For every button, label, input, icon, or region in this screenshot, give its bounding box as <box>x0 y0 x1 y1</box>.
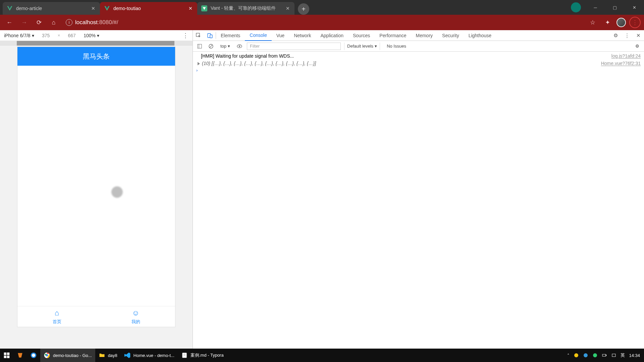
devtools-tab-console[interactable]: Console <box>245 30 271 41</box>
devtools-tab-elements[interactable]: Elements <box>216 30 245 41</box>
log-entry[interactable]: (10) [{…}, {…}, {…}, {…}, {…}, {…}, {…},… <box>193 60 644 67</box>
phone-frame: 黑马头条 ⌂ 首页 ☺ 我的 <box>17 47 175 327</box>
devtools-tab-security[interactable]: Security <box>437 30 464 41</box>
devtools-tab-performance[interactable]: Performance <box>375 30 411 41</box>
browser-tab-2[interactable]: Vant - 轻量、可靠的移动端组件 ✕ <box>197 2 294 15</box>
svg-rect-4 <box>198 44 202 48</box>
console-toolbar: top ▾ Filter Default levels ▾ No Issues … <box>193 41 644 52</box>
bookmark-icon[interactable]: ☆ <box>587 17 598 28</box>
device-toolbar: iPhone 6/7/8 ▾ 375 × 667 100% ▾ ⋮ <box>0 30 193 41</box>
site-info-icon[interactable]: i <box>66 19 72 26</box>
reload-button[interactable]: ⟳ <box>33 16 45 28</box>
console-output[interactable]: [HMR] Waiting for update signal from WDS… <box>193 52 644 349</box>
clock[interactable]: 14:34 <box>629 353 640 358</box>
inspect-element-button[interactable] <box>193 30 204 41</box>
new-tab-button[interactable]: + <box>298 3 309 15</box>
tray-icon[interactable] <box>592 353 598 358</box>
extensions-icon[interactable]: ✦ <box>602 17 613 28</box>
devtools-tabbar: Elements Console Vue Network Application… <box>193 30 644 41</box>
chevron-down-icon: ▾ <box>228 44 230 49</box>
close-icon[interactable]: ✕ <box>285 6 290 11</box>
tray-icon[interactable] <box>602 353 607 358</box>
minimize-button[interactable]: ─ <box>586 0 605 15</box>
device-height-input[interactable]: 667 <box>63 33 80 38</box>
console-settings-button[interactable]: ⚙ <box>633 42 641 50</box>
taskbar-label: 案例.md - Typora <box>191 352 224 358</box>
chevron-down-icon: ▾ <box>32 33 34 38</box>
tray-icon[interactable] <box>574 353 579 358</box>
devtools-close-button[interactable]: ✕ <box>633 30 644 41</box>
zoom-select[interactable]: 100% ▾ <box>84 33 99 38</box>
user-avatar-icon[interactable] <box>616 18 626 27</box>
devtools-tab-lighthouse[interactable]: Lighthouse <box>464 30 496 41</box>
device-select[interactable]: iPhone 6/7/8 ▾ <box>4 33 34 38</box>
browser-tab-1[interactable]: demo-toutiao ✕ <box>100 2 197 15</box>
devtools-tab-sources[interactable]: Sources <box>348 30 375 41</box>
svg-point-20 <box>574 353 578 357</box>
tab-title: Vant - 轻量、可靠的移动端组件 <box>211 5 282 11</box>
forward-button[interactable]: → <box>18 16 30 28</box>
device-width-input[interactable]: 375 <box>38 33 54 38</box>
devtools-settings-button[interactable]: ⚙ <box>610 30 621 41</box>
taskbar-item-chrome[interactable]: demo-toutiao - Go... <box>40 349 95 362</box>
taskbar-label: demo-toutiao - Go... <box>53 353 92 358</box>
url-host: localhost <box>75 19 98 25</box>
close-window-button[interactable]: ✕ <box>625 0 644 15</box>
app-tabbar: ⌂ 首页 ☺ 我的 <box>17 306 175 327</box>
devtools-tab-network[interactable]: Network <box>289 30 316 41</box>
live-expression-button[interactable] <box>235 42 244 50</box>
console-context-select[interactable]: top ▾ <box>218 44 232 49</box>
svg-line-7 <box>210 45 212 48</box>
maximize-button[interactable]: ▢ <box>605 0 625 15</box>
url-input[interactable]: i localhost:8080/#/ <box>62 17 584 28</box>
browser-menu-button[interactable]: ⋮ <box>629 17 641 28</box>
log-source-link[interactable]: Home.vue?76f2:31 <box>601 60 641 67</box>
taskbar-app[interactable] <box>27 349 40 362</box>
start-button[interactable] <box>0 349 13 362</box>
toggle-device-button[interactable] <box>204 30 216 41</box>
svg-rect-10 <box>4 353 7 355</box>
devtools-more-button[interactable]: ⋮ <box>621 30 633 41</box>
devtools-tab-application[interactable]: Application <box>316 30 348 41</box>
taskbar-app[interactable] <box>13 349 27 362</box>
tray-chevron-icon[interactable]: ˄ <box>567 353 570 358</box>
svg-point-22 <box>593 353 597 357</box>
close-icon[interactable]: ✕ <box>188 6 193 11</box>
expand-icon[interactable] <box>198 62 200 65</box>
chevron-down-icon: ▾ <box>375 44 377 49</box>
home-button[interactable]: ⌂ <box>48 16 60 28</box>
app-tab-mine[interactable]: ☺ 我的 <box>96 306 175 327</box>
log-entry[interactable]: [HMR] Waiting for update signal from WDS… <box>193 52 644 60</box>
back-button[interactable]: ← <box>3 16 15 28</box>
taskbar-item-vscode[interactable]: Home.vue - demo-t... <box>121 349 178 362</box>
zoom-value: 100% <box>84 33 96 38</box>
app-header: 黑马头条 <box>17 47 175 66</box>
console-sidebar-toggle[interactable] <box>196 42 204 50</box>
devtools-tab-memory[interactable]: Memory <box>411 30 438 41</box>
device-more-button[interactable]: ⋮ <box>182 32 189 39</box>
taskbar-item-folder[interactable]: day8 <box>95 349 121 362</box>
svg-rect-24 <box>606 355 606 356</box>
ime-indicator[interactable]: 英 <box>621 352 625 358</box>
profile-avatar[interactable] <box>571 2 581 12</box>
clear-console-button[interactable] <box>207 42 215 50</box>
console-prompt[interactable]: › <box>193 67 644 73</box>
home-icon: ⌂ <box>55 309 59 317</box>
tray-icon[interactable] <box>583 353 588 358</box>
log-source-link[interactable]: log.js?1afd:24 <box>611 53 641 59</box>
system-tray: ˄ 英 14:34 <box>563 352 644 358</box>
app-body[interactable] <box>17 66 175 306</box>
issues-button[interactable]: No Issues <box>383 44 410 49</box>
browser-tab-0[interactable]: demo-article ✕ <box>3 2 100 15</box>
taskbar-item-typora[interactable]: 案例.md - Typora <box>178 349 227 362</box>
window-controls: ─ ▢ ✕ <box>571 0 644 15</box>
tray-icon[interactable] <box>611 353 616 358</box>
vant-icon <box>201 5 207 11</box>
taskbar-label: day8 <box>108 353 117 358</box>
devtools-tab-vue[interactable]: Vue <box>272 30 289 41</box>
app-title: 黑马头条 <box>83 52 110 61</box>
app-tab-home[interactable]: ⌂ 首页 <box>17 306 96 327</box>
log-levels-select[interactable]: Default levels ▾ <box>344 43 380 50</box>
console-filter-input[interactable]: Filter <box>247 43 341 50</box>
close-icon[interactable]: ✕ <box>91 6 96 11</box>
